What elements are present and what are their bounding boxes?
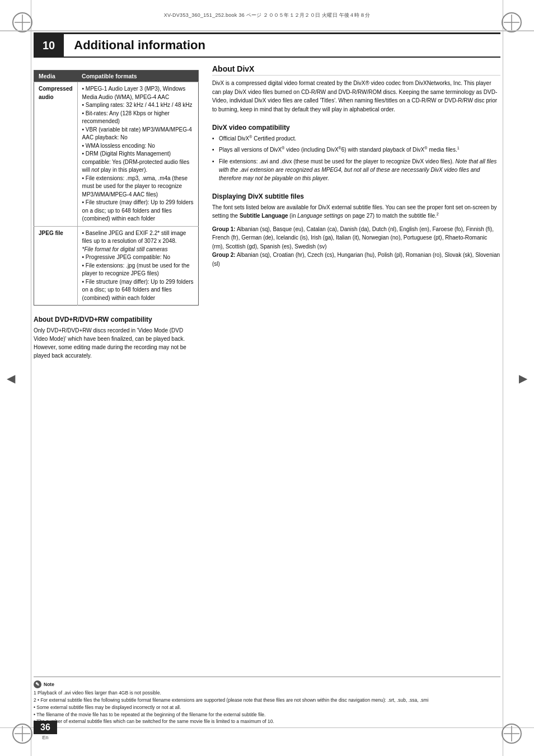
note-item-2: 2 • For external subtitle files the foll… (34, 697, 500, 704)
table-row: JPEG file • Baseline JPEG and EXIF 2.2* … (34, 226, 199, 306)
divx-compat-list: Official DivX® Certified product. Plays … (212, 134, 500, 182)
divx-subtitle-groups: Group 1: Albanian (sq), Basque (eu), Cat… (212, 225, 500, 269)
divx-compat-item-1: Official DivX® Certified product. (212, 134, 500, 143)
note-item-5: • The number of external subtitle files … (34, 718, 500, 725)
page-number-block: 36 En (34, 721, 57, 740)
divx-compat-item-3: File extensions: .avi and .divx (these m… (212, 157, 500, 182)
compatibility-table: Media Compatible formats Compressedaudio… (34, 70, 199, 306)
table-row: Compressedaudio • MPEG-1 Audio Layer 3 (… (34, 82, 199, 227)
divx-compatibility-section: DivX video compatibility Official DivX® … (212, 124, 500, 182)
note-item-4: • The filename of the movie file has to … (34, 711, 500, 719)
divx-compat-item-2: Plays all versions of DivX® video (inclu… (212, 145, 500, 154)
top-bar: XV-DV353_360_151_252.book 36 ページ ２００５年１２… (0, 0, 534, 31)
table-cell-formats-1: • MPEG-1 Audio Layer 3 (MP3), Windows Me… (77, 82, 198, 227)
group2-text: Albanian (sq), Croatian (hr), Czech (cs)… (212, 252, 500, 267)
group1-label: Group 1: (212, 226, 236, 232)
note-item-3: • Some external subtitle files may be di… (34, 704, 500, 711)
dvd-section-title: About DVD+R/DVD+RW compatibility (34, 316, 199, 323)
divx-subtitle-body: The font sets listed below are available… (212, 203, 500, 220)
divx-subtitle-section: Displaying DivX subtitle files The font … (212, 192, 500, 269)
notes-section: ✎ Note 1 Playback of .avi video files la… (34, 677, 500, 725)
divx-body: DivX is a compressed digital video forma… (212, 79, 500, 114)
divx-section: About DivX DivX is a compressed digital … (212, 64, 500, 114)
divx-compat-subtitle: DivX video compatibility (212, 124, 500, 132)
table-cell-media-1: Compressedaudio (34, 82, 78, 227)
group2-label: Group 2: (212, 252, 236, 258)
header-bar-text: XV-DV353_360_151_252.book 36 ページ ２００５年１２… (164, 12, 370, 19)
chapter-title: Additional information (64, 38, 205, 53)
main-content: Media Compatible formats Compressedaudio… (34, 64, 500, 706)
frame-left (31, 0, 31, 756)
page-number: 36 (34, 721, 57, 734)
table-header-formats: Compatible formats (77, 71, 198, 82)
dvd-compatibility-section: About DVD+R/DVD+RW compatibility Only DV… (34, 316, 199, 360)
chapter-header: 10 Additional information (34, 32, 500, 58)
group1-text: Albanian (sq), Basque (eu), Catalan (ca)… (212, 226, 494, 250)
table-cell-formats-2: • Baseline JPEG and EXIF 2.2* still imag… (77, 226, 198, 306)
right-column: About DivX DivX is a compressed digital … (212, 64, 500, 706)
note-label: Note (44, 681, 54, 688)
right-arrow-icon: ▶ (519, 372, 527, 385)
frame-bottom (0, 727, 534, 728)
table-cell-media-2: JPEG file (34, 226, 78, 306)
note-item-1: 1 Playback of .avi video files larger th… (34, 689, 500, 697)
table-header-media: Media (34, 71, 78, 82)
frame-right (503, 0, 503, 756)
chapter-number: 10 (34, 34, 64, 57)
frame-top (0, 31, 534, 31)
left-column: Media Compatible formats Compressedaudio… (34, 64, 199, 706)
page-lang: En (42, 735, 48, 740)
divx-title: About DivX (212, 64, 500, 76)
dvd-section-body: Only DVD+R/DVD+RW discs recorded in 'Vid… (34, 326, 199, 360)
left-arrow-icon: ◀ (7, 372, 15, 385)
note-icon: ✎ (34, 680, 41, 688)
divx-subtitle-title: Displaying DivX subtitle files (212, 192, 500, 200)
note-header: ✎ Note (34, 680, 500, 688)
